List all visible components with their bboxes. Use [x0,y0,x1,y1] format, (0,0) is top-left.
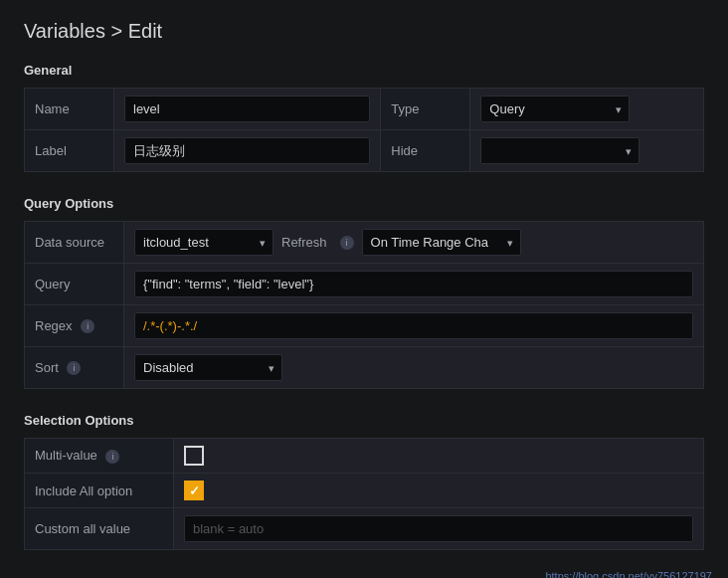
datasource-select[interactable]: itcloud_test [134,229,273,256]
on-time-range-select-wrapper[interactable]: On Time Range Cha Never On Dashboard Loa… [362,229,521,256]
type-label: Type [381,89,470,130]
refresh-info-icon: i [340,236,354,250]
custom-all-input[interactable] [184,515,693,542]
query-row: Query [25,264,704,305]
name-input[interactable] [124,96,370,122]
general-section-title: General [24,63,704,78]
query-input[interactable] [134,271,693,297]
datasource-label: Data source [25,222,124,264]
sort-row: Sort i Disabled Alphabetical (asc) Alpha… [25,347,704,389]
include-all-row: Include All option [25,474,704,508]
hide-select[interactable]: Label Variable [480,137,639,164]
sort-label-cell: Sort i [25,347,124,389]
regex-input[interactable] [134,312,693,339]
page-title: Variables > Edit [24,20,704,43]
regex-label-cell: Regex i [25,305,124,347]
on-time-range-select[interactable]: On Time Range Cha Never On Dashboard Loa… [362,229,521,256]
type-select[interactable]: Query Custom Constant Datasource Interva… [480,96,630,122]
hide-label: Hide [381,130,470,172]
custom-all-row: Custom all value [25,508,704,550]
include-all-label: Include All option [35,483,132,498]
datasource-value-cell: itcloud_test Refresh i On Time Range Cha… [124,222,704,264]
query-options-table: Data source itcloud_test Refresh i On Ti… [24,221,704,389]
type-select-wrapper[interactable]: Query Custom Constant Datasource Interva… [480,96,630,122]
label-row: Label Hide Label Variable [25,130,704,172]
sort-select[interactable]: Disabled Alphabetical (asc) Alphabetical… [134,354,282,381]
custom-all-value-cell [174,508,704,550]
type-value-cell: Query Custom Constant Datasource Interva… [470,89,704,130]
multi-value-checkbox[interactable] [184,446,204,466]
sort-label: Sort [35,360,59,375]
refresh-label: Refresh [281,235,327,250]
multi-value-info-icon: i [105,450,119,464]
selection-options-table: Multi-value i Include All option Custom … [24,438,704,550]
regex-label: Regex [35,318,73,333]
general-table: Name Type Query Custom Constant Datasour… [24,88,704,172]
name-row: Name Type Query Custom Constant Datasour… [25,89,704,130]
multi-value-checkbox-cell [174,439,704,474]
datasource-select-wrapper[interactable]: itcloud_test [134,229,273,256]
regex-value-cell [124,305,704,347]
sort-value-cell: Disabled Alphabetical (asc) Alphabetical… [124,347,704,389]
multi-value-label: Multi-value [35,448,97,463]
include-all-checkbox[interactable] [184,481,204,500]
regex-row: Regex i [25,305,704,347]
multi-value-row: Multi-value i [25,439,704,474]
url-hint: https://blog.csdn.net/yy756127197 [545,570,712,578]
sort-info-icon: i [67,361,81,375]
custom-all-label: Custom all value [25,508,174,550]
include-all-checkbox-cell [174,474,704,508]
multi-value-label-cell: Multi-value i [25,439,174,474]
name-label: Name [25,89,114,130]
name-value-cell [114,89,381,130]
hide-value-cell: Label Variable [470,130,704,172]
datasource-flex: itcloud_test Refresh i On Time Range Cha… [134,229,693,256]
query-label: Query [25,264,124,305]
label-label: Label [25,130,114,172]
regex-info-icon: i [81,319,94,333]
query-options-section-title: Query Options [24,196,704,211]
hide-select-wrapper[interactable]: Label Variable [480,137,639,164]
label-value-cell [114,130,381,172]
query-value-cell [124,264,704,305]
sort-select-wrapper[interactable]: Disabled Alphabetical (asc) Alphabetical… [134,354,282,381]
include-all-label-cell: Include All option [25,474,174,508]
selection-options-section-title: Selection Options [24,413,704,428]
datasource-row: Data source itcloud_test Refresh i On Ti… [25,222,704,264]
label-input[interactable] [124,137,370,164]
